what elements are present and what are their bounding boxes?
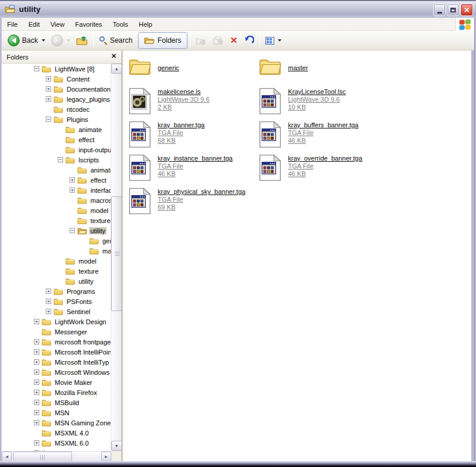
minimize-button[interactable] — [433, 4, 446, 16]
tree-item-movie-maker[interactable]: + Movie Maker — [2, 377, 111, 387]
menu-help[interactable]: Help — [133, 18, 158, 30]
expand-icon[interactable]: + — [70, 187, 75, 193]
views-button[interactable] — [262, 33, 284, 48]
expand-icon[interactable]: + — [46, 76, 51, 82]
file-name-link[interactable]: makelicense.ls — [158, 87, 209, 96]
close-button[interactable]: ✕ — [461, 4, 473, 16]
tree-item-texture[interactable]: texture — [2, 215, 111, 225]
tree-horizontal-scrollbar[interactable]: ◄ ► — [2, 451, 111, 461]
scroll-down-icon[interactable]: ▼ — [111, 441, 122, 451]
tree-item-utility[interactable]: utility — [2, 276, 111, 286]
expand-icon[interactable]: + — [46, 86, 51, 92]
folder-tile-master[interactable]: master — [259, 56, 387, 80]
tree-item-animate[interactable]: animate — [2, 124, 111, 134]
expand-icon[interactable]: + — [46, 299, 51, 304]
expand-icon[interactable]: + — [34, 390, 39, 395]
menu-view[interactable]: View — [45, 18, 70, 30]
folder-tile-generic[interactable]: generic — [129, 56, 256, 80]
expand-icon[interactable]: + — [34, 359, 39, 365]
back-dropdown-icon[interactable] — [42, 39, 45, 42]
file-name-link[interactable]: KrayLicenseTool.lsc — [288, 87, 346, 96]
file-tile-kraylicensetool-lsc[interactable]: KrayLicenseTool.lscLightWave 3D 9.610 KB — [259, 87, 387, 117]
expand-icon[interactable]: + — [70, 177, 75, 183]
tree-item-msxml-4-0[interactable]: MSXML 4.0 — [2, 428, 111, 438]
expand-icon[interactable]: + — [46, 309, 51, 314]
expand-icon[interactable]: + — [34, 400, 39, 405]
maximize-button[interactable] — [447, 4, 459, 16]
tree-item-microsoft-intellityp[interactable]: + Microsoft IntelliTyp — [2, 357, 111, 367]
back-button[interactable]: Back — [5, 33, 48, 48]
tree-item-texture[interactable]: texture — [2, 266, 111, 276]
menu-tools[interactable]: Tools — [108, 18, 134, 30]
tree-item-lscripts[interactable]: − lscripts — [2, 155, 111, 165]
expand-icon[interactable]: + — [46, 96, 51, 102]
tree-item-macros[interactable]: macros — [2, 195, 111, 205]
tree-item-lightwork-design[interactable]: + LightWork Design — [2, 316, 111, 327]
up-button[interactable] — [73, 33, 91, 48]
tree-vertical-scrollbar[interactable]: ▲ ▼ — [111, 64, 121, 451]
tree-item-animate[interactable]: animate — [2, 165, 111, 175]
collapse-icon[interactable]: − — [58, 157, 63, 162]
tree-item-msn[interactable]: + MSN — [2, 408, 111, 418]
expand-icon[interactable]: + — [34, 369, 39, 375]
tree-item-legacy-plugins[interactable]: + legacy_plugins — [2, 94, 111, 104]
tree-item-model[interactable]: model — [2, 256, 111, 266]
file-name-link[interactable]: kray_buffers_banner.tga — [288, 121, 358, 129]
tree-item-psfonts[interactable]: + PSFonts — [2, 296, 111, 306]
titlebar[interactable]: utility ✕ — [0, 0, 476, 18]
expand-icon[interactable]: + — [34, 380, 39, 385]
file-tile-kray-buffers-banner-tga[interactable]: kray_buffers_banner.tgaTGA File46 KB — [259, 121, 387, 151]
tree-item-utility[interactable]: − utility — [2, 225, 111, 236]
expand-icon[interactable]: + — [34, 319, 39, 324]
tree-item-microsoft-frontpage[interactable]: + microsoft frontpage — [2, 337, 111, 347]
tree-item-programs[interactable]: + Programs — [2, 286, 111, 296]
file-name-link[interactable]: kray_physical_sky_banner.tga — [158, 187, 245, 196]
menu-favorites[interactable]: Favorites — [70, 18, 107, 30]
menu-edit[interactable]: Edit — [23, 18, 45, 30]
delete-button[interactable]: ✕ — [227, 33, 241, 48]
tree-item-msbuild[interactable]: + MSBuild — [2, 397, 111, 408]
tree-item-ntcodec[interactable]: ntcodec — [2, 104, 111, 114]
tree-item-msxml-6-0[interactable]: + MSXML 6.0 — [2, 438, 111, 448]
file-tile-kray-instance-banner-tga[interactable]: kray_instance_banner.tgaTGA File46 KB — [129, 154, 256, 184]
expand-icon[interactable]: + — [34, 339, 39, 344]
collapse-icon[interactable]: − — [34, 66, 39, 71]
expand-icon[interactable]: + — [34, 349, 39, 355]
tree-item-lightwave-8-[interactable]: − LightWave [8] — [2, 64, 111, 74]
collapse-icon[interactable]: − — [70, 228, 75, 233]
scroll-right-icon[interactable]: ► — [101, 452, 111, 462]
move-to-button[interactable] — [193, 33, 210, 48]
copy-to-button[interactable] — [210, 33, 227, 48]
collapse-icon[interactable]: − — [46, 117, 51, 122]
file-tile-kray-physical-sky-banner-tga[interactable]: kray_physical_sky_banner.tgaTGA File69 K… — [129, 187, 256, 217]
file-name-link[interactable]: kray_instance_banner.tga — [158, 154, 233, 162]
tree-item-documentation[interactable]: + Documentation — [2, 84, 111, 94]
tree-item-messenger[interactable]: Messenger — [2, 327, 111, 337]
search-button[interactable]: Search — [96, 33, 136, 48]
tree-item-input-outpu[interactable]: input-outpu — [2, 145, 111, 155]
forward-button[interactable] — [48, 33, 73, 48]
tree-item-content[interactable]: + Content — [2, 74, 111, 84]
tree-item-msn-gaming-zone[interactable]: + MSN Gaming Zone — [2, 418, 111, 428]
folders-button[interactable]: Folders — [138, 32, 187, 49]
tree-item-mas[interactable]: mas — [2, 246, 111, 256]
tree-item-microsoft-intellipoin[interactable]: + Microsoft IntelliPoin — [2, 347, 111, 357]
expand-icon[interactable]: + — [34, 410, 39, 415]
file-name-link[interactable]: kray_banner.tga — [158, 121, 205, 129]
file-name-link[interactable]: kray_override_banner.tga — [288, 154, 362, 162]
file-tile-kray-override-banner-tga[interactable]: kray_override_banner.tgaTGA File46 KB — [259, 154, 387, 184]
file-name-link[interactable]: master — [288, 64, 308, 72]
tree-item-ger[interactable]: ger — [2, 236, 111, 246]
file-tile-kray-banner-tga[interactable]: kray_banner.tgaTGA File68 KB — [129, 121, 256, 151]
scroll-up-icon[interactable]: ▲ — [111, 64, 122, 74]
tree-item-effect[interactable]: + effect — [2, 175, 111, 185]
tree-item-sentinel[interactable]: + Sentinel — [2, 306, 111, 316]
close-panel-icon[interactable]: ✕ — [111, 52, 117, 60]
tree-item-model[interactable]: model — [2, 205, 111, 215]
undo-button[interactable] — [240, 33, 257, 48]
menu-file[interactable]: File — [2, 18, 23, 30]
scroll-left-icon[interactable]: ◄ — [2, 452, 12, 462]
expand-icon[interactable]: + — [34, 440, 39, 446]
file-name-link[interactable]: generic — [158, 64, 179, 72]
tree-item-mozilla-firefox[interactable]: + Mozilla Firefox — [2, 387, 111, 397]
